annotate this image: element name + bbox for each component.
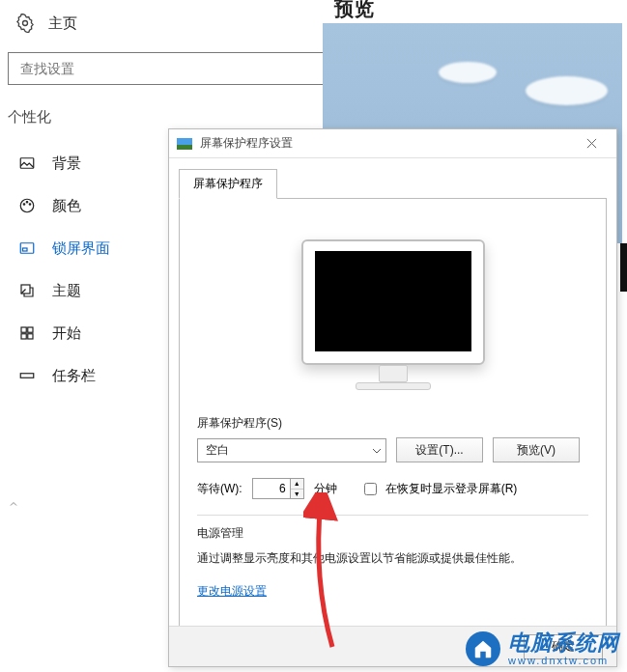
- dialog-titlebar[interactable]: 屏幕保护程序设置: [169, 129, 616, 158]
- screensaver-combobox[interactable]: 空白: [197, 438, 386, 462]
- sidebar-item-label: 主题: [52, 282, 81, 300]
- power-section-label: 电源管理: [197, 525, 588, 542]
- svg-rect-9: [23, 248, 28, 251]
- close-button[interactable]: [572, 130, 611, 157]
- preview-button[interactable]: 预览(V): [493, 437, 580, 462]
- svg-rect-3: [20, 158, 34, 169]
- screensaver-preview-monitor: [301, 239, 485, 390]
- wait-label: 等待(W):: [197, 481, 242, 497]
- lockscreen-icon: [17, 238, 37, 258]
- watermark-logo-icon: [466, 631, 500, 666]
- taskbar-icon: [17, 366, 37, 385]
- chevron-down-icon: [372, 443, 382, 457]
- wait-input[interactable]: [253, 479, 290, 498]
- screensaver-label: 屏幕保护程序(S): [197, 415, 588, 432]
- power-settings-link[interactable]: 更改电源设置: [197, 584, 267, 598]
- watermark: 电脑系统网 www.dnxtw.com: [466, 631, 619, 666]
- settings-button[interactable]: 设置(T)...: [396, 437, 483, 462]
- sidebar-item-label: 颜色: [52, 197, 81, 215]
- svg-rect-15: [20, 374, 34, 378]
- chevron-up-icon: [8, 496, 19, 508]
- gear-icon: [15, 14, 35, 33]
- watermark-title: 电脑系统网: [508, 632, 619, 654]
- home-label: 主页: [48, 14, 77, 33]
- resume-checkbox-label: 在恢复时显示登录屏幕(R): [385, 481, 518, 497]
- divider: [197, 515, 588, 516]
- svg-point-6: [26, 202, 28, 204]
- sidebar-item-label: 任务栏: [52, 367, 96, 385]
- tab-strip: 屏幕保护程序: [169, 158, 616, 198]
- preview-title: 预览: [334, 0, 375, 22]
- resume-checkbox-row[interactable]: 在恢复时显示登录屏幕(R): [360, 480, 518, 498]
- resume-checkbox[interactable]: [364, 483, 377, 495]
- watermark-url: www.dnxtw.com: [508, 656, 619, 666]
- tab-content: 屏幕保护程序(S) 空白 设置(T)... 预览(V) 等待(W): ▲ ▼ 分…: [179, 198, 607, 658]
- theme-icon: [17, 281, 37, 300]
- screensaver-dialog: 屏幕保护程序设置 屏幕保护程序 屏幕保护程序(S) 空白 设置(T)... 预览…: [168, 128, 617, 667]
- svg-point-7: [29, 204, 31, 206]
- combobox-value: 空白: [206, 442, 229, 459]
- picture-icon: [17, 154, 37, 173]
- svg-rect-12: [28, 327, 33, 332]
- start-icon: [17, 323, 37, 343]
- power-description: 通过调整显示亮度和其他电源设置以节省能源或提供最佳性能。: [197, 549, 588, 568]
- svg-rect-14: [28, 334, 33, 339]
- sidebar-item-label: 开始: [52, 324, 81, 343]
- spin-down-button[interactable]: ▼: [291, 490, 303, 499]
- sidebar-item-label: 锁屏界面: [52, 239, 110, 258]
- svg-rect-11: [21, 327, 26, 332]
- svg-point-0: [23, 21, 28, 26]
- wait-unit: 分钟: [314, 481, 337, 497]
- spin-up-button[interactable]: ▲: [291, 479, 303, 490]
- sidebar-item-label: 背景: [52, 154, 81, 173]
- svg-point-5: [23, 204, 25, 206]
- palette-icon: [17, 196, 37, 215]
- svg-rect-13: [21, 334, 26, 339]
- wait-spinbox[interactable]: ▲ ▼: [252, 478, 304, 499]
- dialog-title: 屏幕保护程序设置: [200, 135, 293, 152]
- dialog-icon: [177, 138, 192, 150]
- tab-screensaver[interactable]: 屏幕保护程序: [179, 169, 277, 199]
